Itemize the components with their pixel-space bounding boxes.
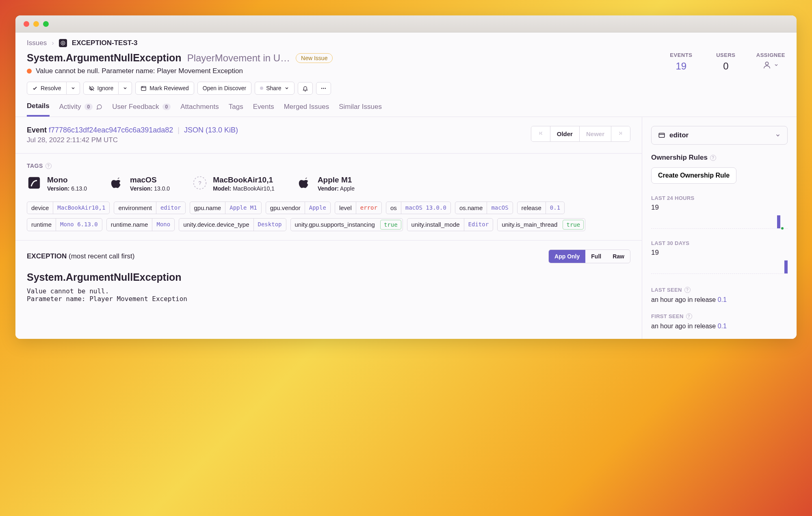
window-minimize-icon[interactable]	[33, 21, 39, 27]
tag-pill[interactable]: levelerror	[335, 202, 382, 214]
context-name: MacBookAir10,1	[213, 176, 275, 184]
tag-value: error	[356, 202, 381, 214]
tag-value: Mono	[152, 219, 174, 231]
tab-attachments[interactable]: Attachments	[180, 102, 219, 117]
tag-pill[interactable]: unity.device.device_typeDesktop	[179, 218, 286, 231]
tag-value: 0.1	[546, 202, 564, 214]
mark-reviewed-button[interactable]: Mark Reviewed	[135, 82, 194, 95]
window-close-icon[interactable]	[24, 21, 29, 27]
chevron-down-icon	[775, 132, 781, 138]
tab-merged-issues[interactable]: Merged Issues	[284, 102, 329, 117]
tag-pill[interactable]: unity.gpu.supports_instancingtrue	[290, 218, 403, 231]
svg-point-6	[325, 88, 326, 89]
project-badge-icon	[59, 39, 67, 47]
share-status-icon	[260, 87, 263, 90]
tag-key: environment	[114, 202, 156, 214]
help-icon[interactable]: ?	[686, 313, 692, 319]
tag-value: Editor	[464, 219, 493, 231]
create-ownership-rule-button[interactable]: Create Ownership Rule	[651, 167, 736, 184]
toggle-raw[interactable]: Raw	[607, 250, 630, 263]
tab-activity-count: 0	[84, 104, 93, 110]
tag-key: device	[27, 202, 53, 214]
last-seen-label: LAST SEEN	[651, 287, 682, 293]
more-actions-button[interactable]	[316, 82, 331, 95]
help-icon[interactable]: ?	[45, 163, 52, 169]
tag-pill[interactable]: gpu.nameApple M1	[190, 202, 262, 214]
last-24h-chart	[651, 213, 788, 229]
resolve-button[interactable]: Resolve	[27, 82, 67, 95]
context-card[interactable]: Apple M1Vendor: Apple	[297, 176, 355, 192]
svg-text:?: ?	[199, 180, 201, 186]
last-30d-chart	[651, 258, 788, 274]
event-id[interactable]: f77786c13df24eac947c6c6a391ada82	[49, 126, 173, 134]
ignore-button[interactable]: Ignore	[83, 82, 119, 95]
environment-value: editor	[669, 131, 689, 139]
tag-pill[interactable]: runtimeMono 6.13.0	[27, 218, 102, 231]
svg-point-4	[321, 88, 322, 89]
tag-pill[interactable]: unity.install_modeEditor	[407, 218, 494, 231]
exception-heading: EXCEPTION	[27, 252, 67, 260]
tags-title: TAGS	[27, 163, 43, 169]
tag-value: MacBookAir10,1	[53, 202, 109, 214]
breadcrumb-issues[interactable]: Issues	[27, 39, 47, 47]
level-indicator-icon	[27, 69, 32, 74]
tag-key: gpu.vendor	[266, 202, 305, 214]
comment-icon	[96, 104, 102, 110]
event-date: Jul 28, 2022 2:11:42 PM UTC	[27, 136, 238, 144]
resolve-group: Resolve	[27, 82, 80, 95]
window-zoom-icon[interactable]	[43, 21, 49, 27]
subscribe-button[interactable]	[298, 82, 313, 95]
tab-events[interactable]: Events	[253, 102, 274, 117]
events-count[interactable]: 19	[667, 61, 695, 72]
event-json-link[interactable]: JSON (13.0 KiB)	[184, 126, 238, 134]
tab-tags[interactable]: Tags	[229, 102, 243, 117]
tag-key: level	[335, 202, 356, 214]
environment-selector[interactable]: editor	[651, 126, 788, 145]
tab-details[interactable]: Details	[27, 102, 50, 117]
open-discover-button[interactable]: Open in Discover	[197, 82, 251, 95]
tab-activity[interactable]: Activity 0	[59, 102, 103, 117]
tag-pill[interactable]: gpu.vendorApple	[266, 202, 331, 214]
first-seen-release[interactable]: 0.1	[718, 323, 727, 330]
tag-key: gpu.name	[190, 202, 225, 214]
tab-user-feedback[interactable]: User Feedback 0	[112, 102, 171, 117]
events-label: EVENTS	[667, 52, 695, 58]
help-icon[interactable]: ?	[710, 155, 716, 161]
pager-older[interactable]: Older	[550, 126, 580, 141]
toggle-app-only[interactable]: App Only	[549, 250, 585, 263]
context-icon	[27, 176, 41, 190]
last-30d-label: LAST 30 DAYS	[651, 240, 788, 246]
toggle-full[interactable]: Full	[585, 250, 607, 263]
last-seen-release[interactable]: 0.1	[718, 296, 727, 303]
tag-key: unity.is_main_thread	[498, 219, 561, 231]
tag-pill[interactable]: environmenteditor	[114, 202, 185, 214]
tag-pill[interactable]: release0.1	[517, 202, 565, 214]
share-button[interactable]: Share	[255, 82, 294, 95]
pager-last	[611, 126, 630, 141]
context-card[interactable]: MonoVersion: 6.13.0	[27, 176, 87, 192]
context-icon	[297, 176, 312, 190]
context-card[interactable]: ?MacBookAir10,1Model: MacBookAir10,1	[193, 176, 275, 192]
assignee-selector[interactable]	[762, 61, 779, 69]
ignore-dropdown[interactable]	[119, 82, 132, 95]
tag-pill[interactable]: os.namemacOS	[455, 202, 513, 214]
tag-pill[interactable]: deviceMacBookAir10,1	[27, 202, 110, 214]
stacktrace-mode-toggle: App Only Full Raw	[548, 249, 630, 263]
tag-key: unity.device.device_type	[179, 219, 253, 231]
tag-pill[interactable]: osmacOS 13.0.0	[386, 202, 451, 214]
tag-value: Desktop	[253, 219, 286, 231]
last-seen-in: in release	[688, 296, 718, 303]
last-24h-count: 19	[651, 204, 788, 212]
tabs: Details Activity 0 User Feedback 0 Attac…	[15, 95, 797, 117]
breadcrumb-issue-id[interactable]: EXCEPTION-TEST-3	[72, 39, 138, 47]
context-name: Mono	[47, 176, 87, 184]
context-name: macOS	[130, 176, 170, 184]
help-icon[interactable]: ?	[684, 287, 691, 293]
tab-similar-issues[interactable]: Similar Issues	[339, 102, 382, 117]
tag-pill[interactable]: runtime.nameMono	[106, 218, 175, 231]
svg-point-2	[766, 62, 769, 65]
context-card[interactable]: macOSVersion: 13.0.0	[110, 176, 170, 192]
resolve-dropdown[interactable]	[67, 82, 80, 95]
first-seen-value: an hour ago	[651, 323, 686, 330]
tag-pill[interactable]: unity.is_main_threadtrue	[497, 218, 585, 231]
